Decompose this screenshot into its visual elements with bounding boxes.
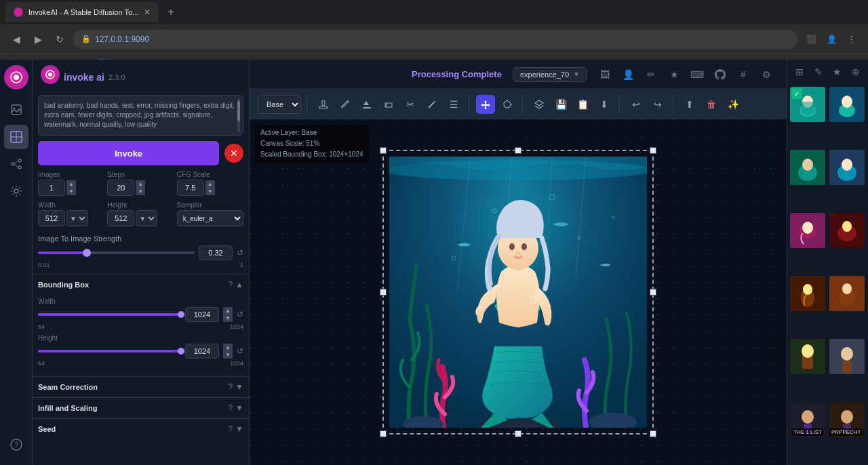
gallery-item-10[interactable] [829,339,865,374]
sampler-select[interactable]: k_euler_a [177,210,243,226]
gallery-icon-4[interactable]: ⊕ [848,64,864,80]
tool-wand[interactable]: ✨ [724,95,743,114]
seam-help[interactable]: ? [228,382,233,392]
handle-ml[interactable] [380,289,387,296]
bounding-box-collapse[interactable]: ▲ [235,280,243,289]
seed-collapse[interactable]: ▼ [235,424,243,434]
header-icon-settings[interactable]: ⚙ [757,65,776,84]
img2img-value-input[interactable] [199,245,233,260]
gallery-icon-3[interactable]: ★ [829,64,846,80]
gallery-item-6[interactable] [829,213,865,248]
tool-redo[interactable]: ↪ [648,95,667,114]
sidebar-btn-nodes[interactable] [4,152,28,176]
tool-rotate[interactable] [498,95,517,114]
img2img-slider-track[interactable] [38,251,195,254]
img2img-reset[interactable]: ↺ [237,248,243,258]
gallery-item-5[interactable] [790,213,825,248]
tool-move[interactable] [476,95,495,114]
tool-save[interactable]: 💾 [551,95,570,114]
menu-icon[interactable]: ⋮ [844,31,860,47]
handle-br[interactable] [650,430,656,437]
gallery-item-12[interactable]: PRPPECHT [829,402,865,437]
tool-undo[interactable]: ↩ [627,95,646,114]
seed-help[interactable]: ? [228,424,233,434]
images-input[interactable] [38,180,65,196]
bb-height-down[interactable]: ▼ [223,351,233,359]
sidebar-btn-settings[interactable] [4,179,28,203]
tool-fill[interactable] [357,95,376,114]
gallery-icon-1[interactable]: ⊞ [791,64,808,80]
images-down[interactable]: ▼ [66,188,76,195]
cancel-button[interactable]: ✕ [224,144,243,163]
handle-tr[interactable] [650,147,656,154]
gallery-item-9[interactable] [790,339,825,374]
address-bar[interactable]: 🔒 127.0.0.1:9090 [73,30,797,49]
steps-down[interactable]: ▼ [136,188,145,195]
gallery-item-2[interactable] [829,87,865,122]
user-dropdown[interactable]: experience_70 ▼ [513,67,587,82]
canvas-container[interactable]: Active Layer: Base Canvas Scale: 51% Sca… [250,119,787,465]
sidebar-btn-image[interactable] [4,98,28,122]
seam-correction-header[interactable]: Seam Correction ? ▼ [33,377,249,397]
tool-link[interactable] [314,95,333,114]
bb-width-input[interactable] [185,307,219,322]
steps-up[interactable]: ▲ [136,180,145,188]
sidebar-btn-help[interactable]: ? [4,432,28,457]
handle-bl[interactable] [380,430,387,437]
tool-erase[interactable] [379,95,398,114]
back-button[interactable]: ◀ [8,31,24,47]
gallery-item-11[interactable]: THE 1 LIST [790,402,825,437]
header-icon-github[interactable] [711,65,730,84]
height-select[interactable]: ▼ [136,210,157,226]
extensions-icon[interactable]: ⬛ [803,31,819,47]
tool-copy[interactable]: 📋 [573,95,592,114]
infill-header[interactable]: Infill and Scaling ? ▼ [33,398,249,418]
infill-collapse[interactable]: ▼ [235,403,243,413]
sidebar-btn-canvas[interactable] [4,125,28,149]
handle-bm[interactable] [515,430,521,437]
new-tab-button[interactable]: + [161,3,180,22]
invoke-button[interactable]: Invoke [38,141,219,165]
seam-collapse[interactable]: ▼ [235,382,243,392]
bb-width-slider[interactable] [38,313,181,316]
steps-input[interactable] [107,180,134,196]
cfg-up[interactable]: ▲ [205,180,215,188]
width-input[interactable] [38,210,65,226]
base-layer-select[interactable]: Base [258,95,301,114]
handle-tl[interactable] [380,147,387,154]
header-icon-discord[interactable]: # [734,65,753,84]
infill-help[interactable]: ? [228,403,233,413]
cfg-down[interactable]: ▼ [205,188,215,195]
bounding-box-help[interactable]: ? [228,280,233,289]
tool-layers[interactable] [530,95,549,114]
header-icon-keyboard[interactable]: ⌨ [688,65,707,84]
width-select[interactable]: ▼ [66,210,88,226]
header-icon-star[interactable]: ★ [665,65,684,84]
gallery-item-8[interactable] [829,276,865,311]
gallery-item-1[interactable]: ✓ [790,87,825,122]
negative-prompt-field[interactable]: bad anatomy, bad hands, text, error, mis… [38,95,243,136]
tool-scissors[interactable]: ✂ [401,95,420,114]
tool-trash[interactable]: 🗑 [702,95,721,114]
bb-width-down[interactable]: ▼ [223,315,233,322]
forward-button[interactable]: ▶ [30,31,46,47]
header-icon-edit[interactable]: ✏ [642,65,660,84]
header-icon-img[interactable]: 🖼 [595,65,614,84]
bb-height-slider[interactable] [38,350,181,352]
profile-icon[interactable]: 👤 [823,31,840,47]
tool-download[interactable]: ⬇ [595,95,614,114]
tab-close[interactable]: ✕ [144,7,151,17]
bb-height-up[interactable]: ▲ [223,344,233,351]
seed-header[interactable]: Seed ? ▼ [33,419,249,439]
bb-width-up[interactable]: ▲ [223,307,233,315]
tool-pencil[interactable] [336,95,355,114]
bb-height-input[interactable] [185,344,219,359]
gallery-icon-2[interactable]: ✎ [810,64,827,80]
tool-upload[interactable]: ⬆ [680,95,699,114]
handle-mr[interactable] [650,289,656,296]
gallery-item-4[interactable] [829,150,865,185]
gallery-item-7[interactable] [790,276,825,311]
bb-width-reset[interactable]: ↺ [237,310,243,319]
gallery-item-3[interactable] [790,150,825,185]
active-tab[interactable]: InvokeAI - A Stable Diffusion To... ✕ [5,2,159,22]
